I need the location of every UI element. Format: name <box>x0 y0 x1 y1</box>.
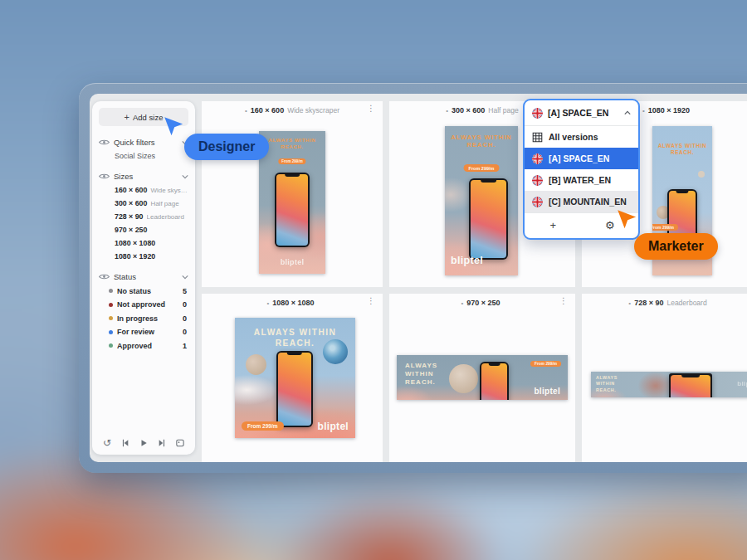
banner-price-badge: From 299/m <box>530 361 561 367</box>
banner-cell-970x250[interactable]: • 970 × 250 ⋮ Always within reach. From … <box>389 294 575 462</box>
version-dropdown-trigger[interactable]: [A] SPACE_EN <box>525 100 638 126</box>
banner-thumbnail-300x600[interactable]: Always within reach. From 299/m bliptel <box>445 126 518 275</box>
eye-icon[interactable] <box>99 273 110 280</box>
status-dot <box>109 343 113 348</box>
sidebar-size-970x250[interactable]: 970 × 250 <box>99 221 188 234</box>
sidebar-size-160x600[interactable]: 160 × 600 Wide skyscr... <box>99 181 188 194</box>
kebab-menu-icon[interactable]: ⋮ <box>367 105 375 113</box>
status-count: 0 <box>183 328 187 336</box>
eye-icon[interactable] <box>99 139 110 146</box>
status-filter-for-review[interactable]: For review 0 <box>99 323 188 337</box>
size-name: Half page <box>150 200 178 207</box>
banner-thumbnail-1080x1080[interactable]: Always within reach. From 299/m bliptel <box>235 318 355 438</box>
cell-size: 728 × 90 <box>634 299 663 307</box>
status-count: 5 <box>183 287 187 295</box>
status-dot-icon: • <box>266 299 269 307</box>
status-count: 0 <box>183 300 187 309</box>
banner-brand-logo: bliptel <box>451 255 483 266</box>
add-version-button[interactable]: + <box>525 213 582 238</box>
sizes-title: Sizes <box>114 172 178 181</box>
banner-price-badge: From 299/m <box>242 421 284 431</box>
uk-flag-icon <box>532 197 543 207</box>
eye-icon[interactable] <box>99 173 110 180</box>
banner-cell-160x600[interactable]: • 160 × 600 Wide skyscraper ⋮ Always wit… <box>202 101 383 287</box>
banner-thumbnail-160x600[interactable]: Always within reach. From 299/m bliptel <box>259 131 325 274</box>
banner-cell-728x90[interactable]: • 728 × 90 Leaderboard Always within rea… <box>582 294 747 462</box>
banner-brand-logo: bliptel <box>259 258 325 266</box>
phone-image <box>469 178 508 260</box>
chevron-up-icon <box>624 110 631 116</box>
sidebar: + Add size Quick filters Social Sizes Si… <box>92 101 195 455</box>
status-dot-icon: • <box>461 299 463 307</box>
banner-thumbnail-728x90[interactable]: Always within reach. bliptel <box>591 372 747 397</box>
chevron-down-icon[interactable] <box>182 173 188 180</box>
status-dot-icon: • <box>642 107 645 114</box>
marketer-cursor-icon <box>616 208 638 231</box>
status-filter-approved[interactable]: Approved 1 <box>99 336 188 350</box>
skip-end-icon[interactable] <box>156 437 168 449</box>
plus-icon: + <box>124 113 129 122</box>
status-filter-in-progress[interactable]: In progress 0 <box>99 309 188 323</box>
size-value: 300 × 600 <box>115 199 147 207</box>
size-value: 1080 × 1920 <box>115 252 155 261</box>
option-label: [A] SPACE_EN <box>549 153 609 163</box>
cell-size: 1080 × 1080 <box>272 299 314 307</box>
play-icon[interactable] <box>138 437 149 449</box>
status-filter-no-status[interactable]: No status 5 <box>99 281 188 295</box>
cell-size: 970 × 250 <box>466 299 500 307</box>
preview-icon[interactable] <box>174 437 186 449</box>
sidebar-size-1080x1080[interactable]: 1080 × 1080 <box>99 234 188 247</box>
status-dot <box>109 316 113 320</box>
phone-image <box>669 373 712 397</box>
cell-name: Half page <box>488 106 518 114</box>
banner-thumbnail-970x250[interactable]: Always within reach. From 299/m bliptel <box>397 355 568 400</box>
status-section-header[interactable]: Status <box>99 272 188 281</box>
banner-headline: Always within reach. <box>656 143 709 156</box>
dropdown-option-space-en[interactable]: [A] SPACE_EN <box>525 148 638 169</box>
moon-decoration <box>449 364 478 393</box>
status-title: Status <box>114 272 178 281</box>
status-label: For review <box>117 328 178 336</box>
sizes-section-header[interactable]: Sizes <box>99 172 188 181</box>
kebab-menu-icon[interactable]: ⋮ <box>559 297 568 305</box>
status-filter-not-approved[interactable]: Not approved 0 <box>99 295 188 309</box>
cell-header: • 1080 × 1080 <box>202 299 383 307</box>
option-label: [C] MOUNTAIN_EN <box>549 197 627 207</box>
banner-brand-logo: bliptel <box>318 421 349 432</box>
app-content: + Add size Quick filters Social Sizes Si… <box>90 94 747 462</box>
banner-price-badge: From 299/m <box>464 164 500 172</box>
quick-filters-title: Quick filters <box>114 138 178 147</box>
screenshot-stage: + Add size Quick filters Social Sizes Si… <box>0 0 747 560</box>
size-value: 728 × 90 <box>115 212 144 221</box>
kebab-menu-icon[interactable]: ⋮ <box>367 297 375 305</box>
dropdown-option-all-versions[interactable]: All versions <box>525 126 638 148</box>
cell-header: • 970 × 250 <box>389 299 575 307</box>
status-dot <box>109 289 113 293</box>
status-dot-icon: • <box>628 299 631 307</box>
sidebar-size-1080x1920[interactable]: 1080 × 1920 <box>99 247 188 261</box>
quick-filters-section-header[interactable]: Quick filters <box>99 138 188 147</box>
designer-cursor-label: Designer <box>184 134 269 160</box>
status-label: In progress <box>117 314 178 323</box>
sidebar-size-728x90[interactable]: 728 × 90 Leaderboard <box>99 207 188 221</box>
size-value: 160 × 600 <box>115 186 147 194</box>
earth-decoration <box>323 339 348 364</box>
banner-cell-1080x1080[interactable]: • 1080 × 1080 ⋮ Always within reach. Fro… <box>202 294 383 462</box>
status-dot <box>109 330 113 334</box>
cell-name: Wide skyscraper <box>287 106 339 114</box>
banner-price-badge: From 299/m <box>652 224 678 231</box>
uk-flag-icon <box>532 175 543 186</box>
option-label: All versions <box>549 132 598 142</box>
restart-icon[interactable]: ↺ <box>101 437 113 449</box>
phone-image <box>275 173 310 247</box>
playback-controls: ↺ <box>99 437 188 449</box>
sidebar-size-300x600[interactable]: 300 × 600 Half page <box>99 194 188 207</box>
sidebar-item-social-sizes[interactable]: Social Sizes <box>99 147 188 160</box>
skip-start-icon[interactable] <box>120 437 131 449</box>
moon-decoration <box>246 354 266 375</box>
size-value: 1080 × 1080 <box>115 239 155 247</box>
dropdown-option-water-en[interactable]: [B] WATER_EN <box>525 169 638 191</box>
chevron-down-icon[interactable] <box>182 274 188 280</box>
size-name: Leaderboard <box>147 213 184 221</box>
status-dot-icon: • <box>245 107 247 114</box>
